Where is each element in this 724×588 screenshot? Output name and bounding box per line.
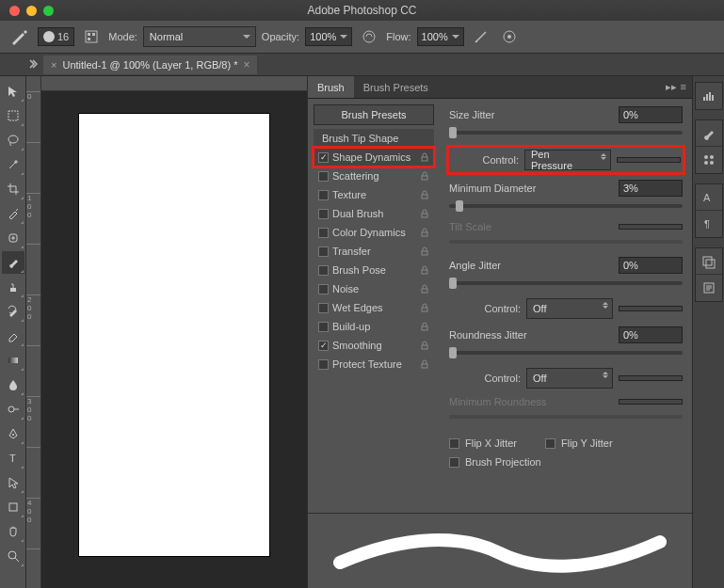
- shape-dynamics-checkbox[interactable]: [318, 152, 329, 163]
- flip-y-jitter-row[interactable]: Flip Y Jitter: [545, 437, 613, 449]
- crop-tool[interactable]: [2, 178, 24, 200]
- protect-texture-checkbox[interactable]: [318, 359, 329, 370]
- shape-dynamics-item[interactable]: Shape Dynamics: [314, 148, 434, 167]
- angle-jitter-value[interactable]: 0%: [619, 257, 683, 274]
- tab-brush[interactable]: Brush: [308, 76, 354, 98]
- lasso-tool[interactable]: [2, 129, 24, 151]
- brush-pose-item[interactable]: Brush Pose: [314, 261, 434, 279]
- blend-mode-dropdown[interactable]: Normal: [143, 26, 256, 47]
- color-dynamics-checkbox[interactable]: [318, 228, 329, 238]
- healing-brush-tool[interactable]: [2, 227, 24, 249]
- tab-brush-presets[interactable]: Brush Presets: [354, 76, 438, 98]
- collapse-icon[interactable]: ▸▸: [666, 81, 677, 93]
- lock-icon[interactable]: [420, 246, 429, 256]
- flip-x-jitter-row[interactable]: Flip X Jitter: [449, 437, 517, 449]
- minimize-window-button[interactable]: [26, 6, 37, 16]
- scattering-item[interactable]: Scattering: [314, 167, 434, 185]
- vertical-ruler[interactable]: 0 1 0 0 2 0 0 3 0 0 4 0 0: [26, 76, 41, 588]
- brush-presets-button[interactable]: Brush Presets: [314, 104, 434, 125]
- smoothing-checkbox[interactable]: [318, 341, 329, 351]
- lock-icon[interactable]: [420, 228, 429, 237]
- document-tab[interactable]: × Untitled-1 @ 100% (Layer 1, RGB/8) * ×: [43, 56, 257, 74]
- wet-edges-checkbox[interactable]: [318, 303, 329, 313]
- roundness-jitter-slider[interactable]: [449, 351, 683, 355]
- horizontal-ruler[interactable]: [41, 76, 307, 91]
- expand-dock-icon[interactable]: [26, 58, 40, 72]
- magic-wand-tool[interactable]: [2, 153, 24, 176]
- lock-icon[interactable]: [420, 190, 429, 199]
- brush-projection-checkbox[interactable]: [449, 457, 459, 468]
- pen-tool[interactable]: [2, 422, 24, 445]
- marquee-tool[interactable]: [2, 104, 24, 127]
- panel-menu-icon[interactable]: ≡: [681, 81, 686, 93]
- close-window-button[interactable]: [9, 6, 20, 16]
- dual-brush-checkbox[interactable]: [318, 209, 329, 219]
- size-jitter-slider[interactable]: [449, 131, 683, 135]
- blur-tool[interactable]: [2, 373, 24, 396]
- noise-item[interactable]: Noise: [314, 279, 434, 298]
- brush-panel-toggle[interactable]: [80, 25, 103, 48]
- flip-y-checkbox[interactable]: [545, 438, 555, 449]
- smoothing-item[interactable]: Smoothing: [314, 336, 434, 355]
- roundness-jitter-value[interactable]: 0%: [619, 326, 683, 343]
- dock-brushes-icon[interactable]: [696, 120, 722, 147]
- move-tool[interactable]: [2, 80, 24, 103]
- lock-icon[interactable]: [420, 359, 429, 369]
- close-tab-icon[interactable]: ×: [243, 58, 249, 72]
- scattering-checkbox[interactable]: [318, 171, 329, 182]
- flip-x-checkbox[interactable]: [449, 438, 459, 449]
- dodge-tool[interactable]: [2, 398, 24, 421]
- wet-edges-item[interactable]: Wet Edges: [314, 298, 434, 317]
- dock-layer-comps-icon[interactable]: [696, 248, 722, 275]
- dock-histogram-icon[interactable]: [696, 83, 722, 109]
- lock-icon[interactable]: [420, 152, 429, 162]
- clone-stamp-tool[interactable]: [2, 276, 24, 298]
- hand-tool[interactable]: [2, 520, 24, 543]
- brush-tool[interactable]: [2, 251, 24, 274]
- tool-preset-picker[interactable]: [6, 24, 32, 50]
- min-diameter-value[interactable]: 3%: [619, 180, 683, 197]
- flow-field[interactable]: 100%: [417, 27, 464, 46]
- gradient-tool[interactable]: [2, 349, 24, 372]
- texture-item[interactable]: Texture: [314, 185, 434, 204]
- build-up-item[interactable]: Build-up: [314, 317, 434, 336]
- airbrush-icon[interactable]: [470, 25, 492, 48]
- brush-projection-row[interactable]: Brush Projection: [449, 456, 683, 468]
- lock-icon[interactable]: [420, 209, 429, 218]
- zoom-window-button[interactable]: [43, 6, 54, 16]
- history-brush-tool[interactable]: [2, 300, 24, 323]
- angle-control-dropdown[interactable]: Off: [526, 298, 613, 319]
- noise-checkbox[interactable]: [318, 284, 329, 294]
- rectangle-tool[interactable]: [2, 496, 24, 518]
- lock-icon[interactable]: [420, 284, 429, 294]
- lock-icon[interactable]: [420, 341, 429, 350]
- angle-jitter-slider[interactable]: [449, 281, 683, 285]
- dual-brush-item[interactable]: Dual Brush: [314, 204, 434, 223]
- dock-notes-icon[interactable]: [696, 275, 722, 301]
- size-pressure-icon[interactable]: [498, 25, 521, 48]
- build-up-checkbox[interactable]: [318, 322, 329, 332]
- lock-icon[interactable]: [420, 322, 429, 331]
- color-dynamics-item[interactable]: Color Dynamics: [314, 223, 434, 242]
- lock-icon[interactable]: [420, 303, 429, 312]
- dock-paragraph-icon[interactable]: ¶: [696, 211, 722, 237]
- brush-preset-picker[interactable]: 16: [38, 27, 74, 46]
- canvas[interactable]: [79, 114, 269, 556]
- path-selection-tool[interactable]: [2, 471, 24, 494]
- min-diameter-slider[interactable]: [449, 204, 683, 208]
- lock-icon[interactable]: [420, 171, 429, 181]
- protect-texture-item[interactable]: Protect Texture: [314, 355, 434, 373]
- opacity-field[interactable]: 100%: [305, 27, 352, 46]
- dock-brush-presets-icon[interactable]: [696, 147, 722, 173]
- lock-icon[interactable]: [420, 265, 429, 275]
- eyedropper-tool[interactable]: [2, 202, 24, 225]
- size-control-dropdown[interactable]: Pen Pressure: [524, 150, 611, 170]
- dock-character-icon[interactable]: A: [696, 184, 722, 211]
- brush-tip-shape-item[interactable]: Brush Tip Shape: [314, 129, 434, 148]
- zoom-tool[interactable]: [2, 545, 24, 567]
- opacity-pressure-icon[interactable]: [358, 25, 380, 48]
- eraser-tool[interactable]: [2, 325, 24, 347]
- size-jitter-value[interactable]: 0%: [619, 106, 683, 123]
- roundness-control-dropdown[interactable]: Off: [526, 368, 613, 389]
- type-tool[interactable]: T: [2, 447, 24, 469]
